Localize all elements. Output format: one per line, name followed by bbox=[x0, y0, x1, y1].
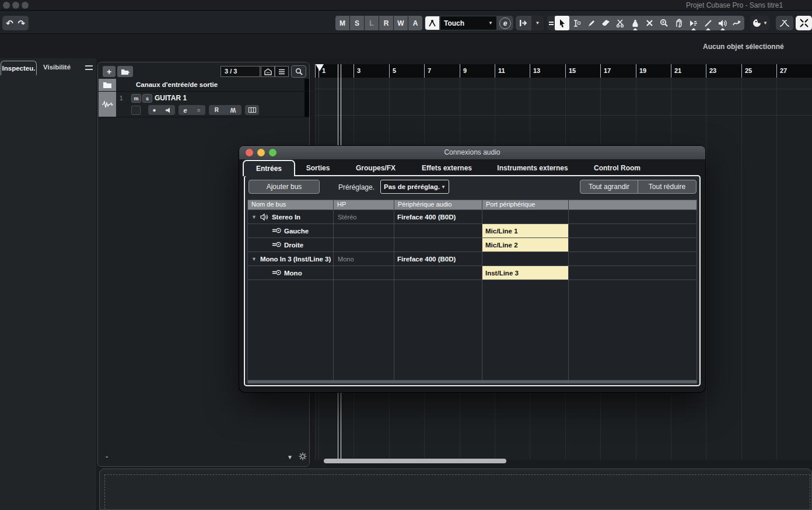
tab-sorties[interactable]: Sorties bbox=[306, 164, 330, 172]
bus-table: Nom de bus HP Périphérique audio Port pé… bbox=[247, 200, 697, 380]
line-tool-icon[interactable] bbox=[701, 16, 715, 30]
redo-icon[interactable]: ↷ bbox=[18, 16, 26, 30]
channel-port-cell[interactable]: Mic/Line 2 bbox=[482, 238, 569, 251]
col-port-peripherique[interactable]: Port périphérique bbox=[482, 200, 569, 209]
solo-all-button[interactable]: s bbox=[350, 16, 364, 30]
track-filter-icon[interactable] bbox=[275, 66, 289, 77]
track-solo-button[interactable]: s bbox=[142, 94, 152, 103]
ruler-mark: 13 bbox=[533, 67, 540, 74]
channel-port-cell[interactable]: Mic/Line 1 bbox=[482, 224, 569, 237]
range-selection-tool-icon[interactable] bbox=[569, 16, 584, 30]
mute-tool-icon[interactable] bbox=[642, 16, 657, 30]
inspector-menu-icon[interactable] bbox=[85, 65, 93, 70]
tab-inspector[interactable]: Inspecteu. bbox=[1, 61, 37, 75]
monitor-icon[interactable] bbox=[165, 107, 171, 113]
automation-mode-dropdown[interactable]: Touch▼ bbox=[440, 16, 496, 30]
glue-tool-icon[interactable] bbox=[628, 16, 642, 30]
undo-icon[interactable]: ↶ bbox=[6, 16, 13, 30]
timeline-ruler[interactable]: 1 3 5 7 9 11 13 15 17 19 21 23 25 27 bbox=[315, 64, 812, 78]
draw-tool-icon[interactable] bbox=[584, 16, 598, 30]
freeze-icon[interactable]: ○ bbox=[197, 107, 200, 113]
channel-strip-icon[interactable] bbox=[249, 107, 256, 113]
table-row[interactable]: Droite Mic/Line 2 bbox=[248, 237, 696, 251]
col-peripherique-audio[interactable]: Périphérique audio bbox=[394, 200, 482, 209]
zoom-window-icon[interactable] bbox=[22, 2, 29, 9]
write-all-button[interactable]: w bbox=[394, 16, 408, 30]
read-automation-button[interactable]: R bbox=[215, 107, 219, 113]
combine-selection-tool-icon[interactable] bbox=[547, 16, 555, 30]
autoscroll-options-dropdown[interactable]: ▼ bbox=[531, 16, 544, 30]
read-all-button[interactable]: r bbox=[379, 16, 393, 30]
table-row[interactable]: ▼ Mono In 3 (Inst/Line 3) Mono Fireface … bbox=[248, 251, 696, 266]
zoom-out-tracks-button[interactable]: - bbox=[106, 452, 108, 461]
mute-all-button[interactable]: m bbox=[335, 16, 349, 30]
erase-tool-icon[interactable] bbox=[598, 16, 613, 30]
preset-dropdown[interactable]: Pas de préréglag.▼ bbox=[380, 180, 449, 194]
table-row[interactable]: Gauche Mic/Line 1 bbox=[248, 223, 696, 237]
search-tracks-icon[interactable] bbox=[291, 65, 306, 78]
suspend-automation-button[interactable]: a bbox=[408, 16, 422, 30]
folder-track-row[interactable]: Canaux d'entrée/de sortie bbox=[99, 79, 309, 92]
tab-groupes-fx[interactable]: Groupes/FX bbox=[356, 164, 396, 172]
color-menu-group[interactable]: ▼ bbox=[750, 16, 770, 30]
hand-tool-icon[interactable] bbox=[671, 16, 686, 30]
track-mute-button[interactable]: m bbox=[131, 94, 141, 103]
dialog-horizontal-scrollbar[interactable] bbox=[247, 380, 697, 383]
snap-button[interactable] bbox=[796, 16, 812, 30]
track-row-separator bbox=[315, 115, 812, 116]
tab-control-room[interactable]: Control Room bbox=[594, 164, 640, 172]
audio-track-type-cell[interactable] bbox=[99, 92, 116, 117]
split-tool-icon[interactable] bbox=[613, 16, 628, 30]
bus-port-cell[interactable] bbox=[482, 252, 569, 266]
folder-track-name[interactable]: Canaux d'entrée/de sortie bbox=[136, 81, 218, 88]
tab-effets-externes[interactable]: Effets externes bbox=[422, 164, 472, 172]
expand-all-button[interactable]: Tout agrandir bbox=[580, 180, 638, 193]
bus-device[interactable]: Fireface 400 (B0D) bbox=[394, 256, 456, 263]
comp-tool-icon[interactable] bbox=[730, 16, 744, 30]
use-track-preset-button[interactable] bbox=[117, 66, 133, 77]
folder-track-type-cell[interactable] bbox=[99, 79, 116, 91]
write-automation-button[interactable]: w bbox=[230, 107, 236, 113]
automation-panel-icon[interactable] bbox=[425, 16, 439, 30]
bus-device[interactable]: Fireface 400 (B0D) bbox=[394, 214, 456, 221]
chevron-down-icon[interactable]: ▼ bbox=[287, 454, 293, 460]
tab-instruments-externes[interactable]: Instruments externes bbox=[497, 164, 568, 172]
collapse-triangle-icon[interactable]: ▼ bbox=[251, 214, 257, 220]
object-selection-tool-icon[interactable] bbox=[555, 16, 569, 30]
listen-button[interactable]: l bbox=[365, 16, 379, 30]
dialog-titlebar[interactable]: Connexions audio bbox=[239, 146, 705, 159]
automation-edit-button[interactable]: e bbox=[499, 18, 511, 29]
play-tool-icon[interactable] bbox=[686, 16, 701, 30]
channel-port-cell[interactable]: Inst/Line 3 bbox=[482, 266, 569, 280]
col-nom-de-bus[interactable]: Nom de bus bbox=[248, 200, 334, 209]
add-track-button[interactable]: + bbox=[103, 66, 116, 77]
collapse-all-button[interactable]: Tout réduire bbox=[638, 180, 696, 193]
track-presets-icon[interactable] bbox=[261, 66, 275, 77]
track-name[interactable]: GUITAR 1 bbox=[155, 94, 187, 102]
ruler-mark: 3 bbox=[357, 67, 360, 74]
horizontal-scrollbar[interactable] bbox=[324, 459, 506, 463]
col-hp[interactable]: HP bbox=[334, 200, 394, 209]
close-window-icon[interactable] bbox=[3, 2, 10, 9]
record-arm-icon[interactable]: ● bbox=[152, 107, 156, 113]
track-enable-checkbox[interactable] bbox=[131, 106, 141, 115]
edit-channel-button[interactable]: e bbox=[184, 107, 187, 114]
lower-zone[interactable] bbox=[99, 469, 812, 510]
zoom-tool-icon[interactable] bbox=[657, 16, 671, 30]
collapse-triangle-icon[interactable]: ▼ bbox=[251, 256, 257, 262]
track-list-settings-icon[interactable] bbox=[299, 452, 307, 460]
table-row[interactable]: Mono Inst/Line 3 bbox=[248, 266, 696, 280]
table-row[interactable]: ▼ Stereo In Stéréo Fireface 400 (B0D) bbox=[248, 209, 696, 223]
audition-tool-icon[interactable] bbox=[715, 16, 730, 30]
minimize-window-icon[interactable] bbox=[12, 2, 19, 9]
add-bus-button[interactable]: Ajouter bus bbox=[249, 180, 320, 194]
bus-speakers[interactable]: Stéréo bbox=[334, 214, 356, 221]
tab-visibility[interactable]: Visibilité bbox=[43, 64, 71, 71]
crossfade-button[interactable] bbox=[776, 16, 793, 30]
bus-port-cell[interactable] bbox=[482, 210, 569, 223]
tab-entrees[interactable]: Entrées bbox=[243, 160, 295, 176]
audio-track-row[interactable]: 1 m s GUITAR 1 ● e ○ R w bbox=[99, 92, 309, 117]
playhead-handle[interactable] bbox=[316, 64, 324, 71]
autoscroll-icon[interactable] bbox=[516, 16, 531, 30]
bus-speakers[interactable]: Mono bbox=[334, 256, 354, 263]
